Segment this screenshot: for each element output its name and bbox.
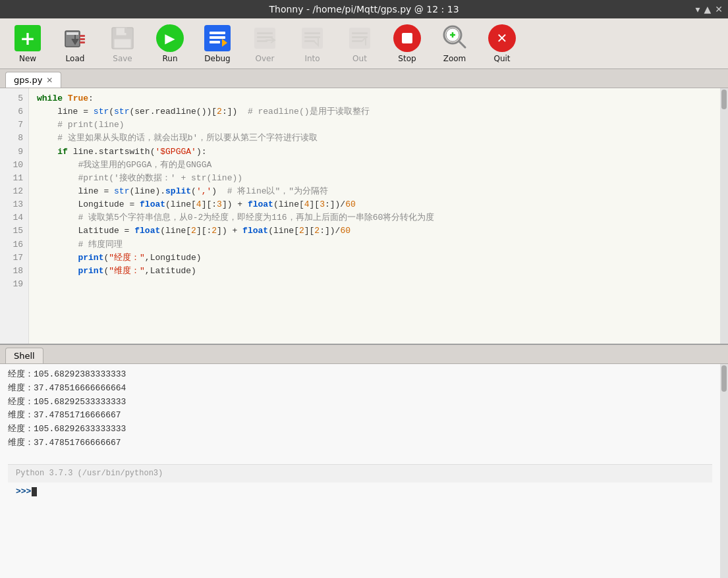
- output-line-4: 维度：37.47851716666667: [8, 409, 712, 423]
- into-icon: [300, 26, 325, 51]
- load-button[interactable]: Load: [53, 21, 98, 66]
- svg-rect-25: [352, 32, 368, 34]
- stop-button[interactable]: Stop: [385, 21, 430, 66]
- shell-scrollbar[interactable]: [720, 364, 728, 578]
- svg-rect-21: [304, 32, 320, 34]
- tab-filename: gps.py: [14, 75, 42, 85]
- over-button[interactable]: Over: [242, 21, 287, 66]
- out-button[interactable]: Out: [337, 21, 382, 66]
- debug-label: Debug: [204, 54, 230, 63]
- svg-rect-17: [257, 36, 273, 38]
- run-label: Run: [162, 54, 177, 63]
- quit-label: Quit: [493, 54, 510, 63]
- save-button[interactable]: Save: [100, 21, 145, 66]
- debug-icon: [204, 25, 231, 51]
- close-button[interactable]: ✕: [715, 4, 723, 14]
- svg-rect-12: [210, 36, 225, 39]
- output-line-2: 维度：37.478516666666664: [8, 382, 712, 396]
- over-label: Over: [256, 54, 275, 63]
- maximize-button[interactable]: ▲: [704, 4, 711, 14]
- zoom-label: Zoom: [443, 54, 466, 63]
- title-bar: Thonny - /home/pi/Mqtt/gps.py @ 12 : 13 …: [0, 0, 728, 18]
- new-label: New: [19, 54, 36, 63]
- shell-container: Shell 经度：105.68292383333333 维度：37.478516…: [0, 345, 728, 578]
- load-label: Load: [66, 54, 85, 63]
- zoom-button[interactable]: Zoom: [432, 21, 477, 66]
- output-line-5: 经度：105.68292633333333: [8, 423, 712, 436]
- output-line-1: 经度：105.68292383333333: [8, 368, 712, 382]
- svg-rect-4: [80, 38, 85, 40]
- svg-rect-13: [210, 41, 220, 43]
- over-icon: [252, 26, 277, 51]
- svg-rect-29: [402, 33, 412, 43]
- shell-scroll-thumb[interactable]: [721, 365, 727, 392]
- stop-label: Stop: [398, 54, 416, 63]
- svg-rect-27: [352, 40, 362, 42]
- shell-tab-bar: Shell: [0, 345, 728, 364]
- svg-rect-8: [125, 28, 127, 33]
- out-label: Out: [352, 54, 367, 63]
- code-editor[interactable]: while True: line = str(str(ser.readline(…: [29, 88, 720, 344]
- minimize-button[interactable]: ▾: [695, 4, 700, 14]
- shell-python-version: Python 3.7.3 (/usr/bin/python3): [8, 464, 712, 483]
- new-button[interactable]: + New: [5, 21, 50, 66]
- run-icon: ▶: [156, 24, 184, 52]
- output-line-6: 维度：37.47851766666667: [8, 436, 712, 450]
- quit-button[interactable]: ✕ Quit: [480, 21, 524, 66]
- svg-rect-23: [304, 40, 315, 42]
- svg-rect-9: [114, 39, 131, 48]
- zoom-icon: [441, 24, 468, 53]
- shell-tab-label: Shell: [14, 351, 35, 361]
- into-button[interactable]: Into: [290, 21, 335, 66]
- svg-line-34: [459, 41, 465, 47]
- save-label: Save: [113, 54, 132, 63]
- window-title: Thonny - /home/pi/Mqtt/gps.py @ 12 : 13: [269, 4, 459, 14]
- editor-scrollbar[interactable]: [720, 88, 728, 344]
- shell-tab[interactable]: Shell: [5, 348, 43, 363]
- shell-prompt: >>>: [16, 485, 31, 499]
- svg-rect-16: [257, 32, 273, 34]
- load-icon: [63, 26, 88, 51]
- quit-icon: ✕: [488, 24, 516, 52]
- shell-cursor: [32, 487, 37, 496]
- stop-icon: [393, 24, 421, 52]
- shell-content-wrapper: 经度：105.68292383333333 维度：37.478516666666…: [0, 364, 728, 578]
- out-icon: [347, 26, 372, 51]
- debug-button[interactable]: Debug: [195, 21, 240, 66]
- shell-output: 经度：105.68292383333333 维度：37.478516666666…: [0, 364, 720, 578]
- svg-rect-1: [67, 32, 78, 35]
- editor-area: 5 6 7 8 9 10 11 12 13 14 15 16 17 18 19 …: [0, 88, 728, 345]
- svg-rect-5: [80, 41, 85, 43]
- into-label: Into: [304, 54, 320, 63]
- toolbar: + New Load: [0, 18, 728, 69]
- editor-tab[interactable]: gps.py ✕: [5, 72, 61, 88]
- tab-close-icon[interactable]: ✕: [46, 76, 53, 85]
- window-controls[interactable]: ▾ ▲ ✕: [695, 4, 723, 14]
- svg-rect-11: [210, 32, 225, 34]
- tab-bar: gps.py ✕: [0, 69, 728, 88]
- shell-prompt-row[interactable]: >>>: [8, 483, 712, 504]
- new-icon: +: [14, 25, 41, 51]
- svg-rect-3: [80, 35, 85, 37]
- save-icon: [110, 26, 135, 51]
- run-button[interactable]: ▶ Run: [148, 21, 192, 66]
- output-line-3: 经度：105.68292533333333: [8, 396, 712, 409]
- editor-scroll-thumb[interactable]: [721, 90, 727, 109]
- line-numbers: 5 6 7 8 9 10 11 12 13 14 15 16 17 18 19: [0, 88, 29, 344]
